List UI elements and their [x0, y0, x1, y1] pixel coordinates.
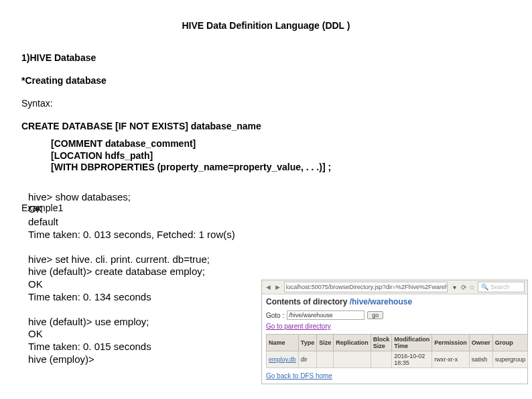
table-header-row: Name Type Size Replication Block Size Mo…: [267, 335, 528, 351]
col-type: Type: [298, 335, 316, 351]
url-bar[interactable]: localhost:50075/browseDirectory.jsp?dir=…: [284, 282, 448, 292]
creating-database-heading: *Creating database: [21, 75, 511, 86]
dropdown-icon[interactable]: ▾: [450, 284, 458, 291]
row-name-link[interactable]: employ.db: [269, 356, 296, 363]
row-perm: rwxr-xr-x: [432, 351, 470, 368]
goto-label: Goto :: [266, 312, 284, 319]
goto-row: Goto : /hive/warehouse go: [266, 310, 523, 320]
parent-directory-link[interactable]: Go to parent directory: [266, 323, 331, 330]
browser-content: Contents of directory /hive/warehouse Go…: [262, 294, 527, 384]
row-bs: [371, 351, 392, 368]
page: HIVE Data Definition Language (DDL ) 1)H…: [0, 0, 532, 399]
browser-toolbar: ◄ ► localhost:50075/browseDirectory.jsp?…: [262, 280, 527, 294]
col-group: Group: [492, 335, 528, 351]
back-icon[interactable]: ◄: [265, 283, 272, 291]
goto-input[interactable]: /hive/warehouse: [287, 310, 364, 320]
nav-icons: ◄ ►: [265, 283, 281, 291]
forward-icon[interactable]: ►: [274, 283, 281, 291]
col-permission: Permission: [432, 335, 470, 351]
browser-window: ◄ ► localhost:50075/browseDirectory.jsp?…: [261, 280, 528, 384]
directory-heading: Contents of directory /hive/warehouse: [266, 297, 523, 306]
example-label: Example1: [21, 203, 63, 213]
row-mt: 2016-10-02 18:35: [392, 351, 432, 368]
col-mod-time: Modification Time: [392, 335, 432, 351]
dfs-home-link[interactable]: Go back to DFS home: [266, 372, 332, 380]
syntax-label: Syntax:: [21, 98, 511, 109]
directory-path-link[interactable]: /hive/warehouse: [350, 297, 412, 306]
col-block-size: Block Size: [371, 335, 392, 351]
col-owner: Owner: [469, 335, 492, 351]
col-size: Size: [317, 335, 334, 351]
directory-table: Name Type Size Replication Block Size Mo…: [266, 334, 528, 368]
syntax-option-comment: [COMMENT database_comment]: [51, 138, 511, 150]
code-block-show-databases: hive> show databases; OK default Time ta…: [28, 191, 511, 241]
col-name: Name: [267, 335, 299, 351]
directory-heading-text: Contents of directory: [266, 297, 350, 306]
section-hive-database: 1)HIVE Database: [21, 52, 511, 63]
search-input[interactable]: 🔍 Search: [478, 282, 525, 292]
bookmark-icon[interactable]: ☆: [469, 284, 475, 291]
reload-icon[interactable]: ⟳: [461, 284, 466, 291]
row-size: [317, 351, 334, 368]
syntax-option-dbproperties: [WITH DBPROPERTIES (property_name=proper…: [51, 162, 511, 174]
search-icon: 🔍: [481, 284, 488, 290]
go-button[interactable]: go: [367, 311, 383, 319]
row-owner: satish: [469, 351, 492, 368]
row-group: supergroup: [492, 351, 528, 368]
syntax-option-location: [LOCATION hdfs_path]: [51, 150, 511, 162]
page-title: HIVE Data Definition Language (DDL ): [21, 20, 511, 31]
table-row[interactable]: employ.db dir 2016-10-02 18:35 rwxr-xr-x…: [267, 351, 528, 368]
col-replication: Replication: [334, 335, 371, 351]
row-rep: [334, 351, 371, 368]
search-placeholder: Search: [490, 284, 510, 290]
create-database-syntax: CREATE DATABASE [IF NOT EXISTS] database…: [21, 121, 511, 131]
row-type: dir: [298, 351, 316, 368]
